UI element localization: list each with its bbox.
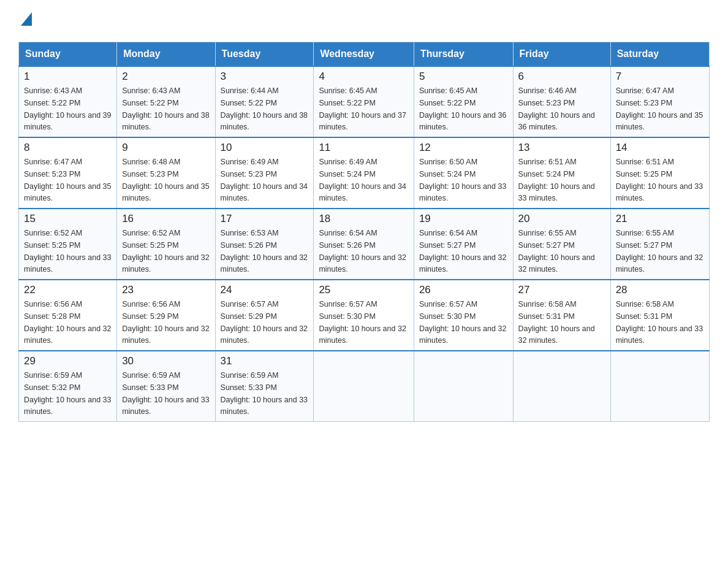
day-info: Sunrise: 6:49 AMSunset: 5:24 PMDaylight:… — [319, 158, 406, 202]
logo-triangle-icon — [21, 12, 32, 26]
day-info: Sunrise: 6:54 AMSunset: 5:27 PMDaylight:… — [419, 229, 506, 274]
calendar-cell: 12 Sunrise: 6:50 AMSunset: 5:24 PMDaylig… — [414, 137, 513, 209]
day-number: 17 — [221, 213, 309, 225]
logo — [18, 12, 32, 29]
header-row: Sunday Monday Tuesday Wednesday Thursday… — [19, 42, 710, 67]
day-info: Sunrise: 6:45 AMSunset: 5:22 PMDaylight:… — [319, 86, 406, 131]
day-info: Sunrise: 6:53 AMSunset: 5:26 PMDaylight:… — [221, 229, 308, 274]
header-sunday: Sunday — [19, 42, 117, 67]
day-number: 21 — [616, 213, 704, 225]
day-number: 15 — [24, 213, 112, 225]
day-number: 3 — [221, 71, 309, 83]
calendar-cell: 24 Sunrise: 6:57 AMSunset: 5:29 PMDaylig… — [215, 280, 314, 351]
day-info: Sunrise: 6:46 AMSunset: 5:23 PMDaylight:… — [518, 86, 595, 131]
day-number: 10 — [221, 142, 309, 154]
page-header — [18, 12, 710, 29]
day-info: Sunrise: 6:56 AMSunset: 5:28 PMDaylight:… — [24, 300, 111, 345]
day-info: Sunrise: 6:56 AMSunset: 5:29 PMDaylight:… — [122, 300, 209, 345]
day-number: 2 — [122, 71, 210, 83]
calendar-cell: 22 Sunrise: 6:56 AMSunset: 5:28 PMDaylig… — [19, 280, 117, 351]
calendar-cell: 29 Sunrise: 6:59 AMSunset: 5:32 PMDaylig… — [19, 351, 117, 422]
day-info: Sunrise: 6:52 AMSunset: 5:25 PMDaylight:… — [122, 229, 209, 274]
calendar-cell — [513, 351, 610, 422]
calendar-cell: 8 Sunrise: 6:47 AMSunset: 5:23 PMDayligh… — [19, 137, 117, 209]
header-friday: Friday — [513, 42, 610, 67]
day-number: 1 — [24, 71, 112, 83]
day-number: 11 — [319, 142, 408, 154]
calendar-week-row: 29 Sunrise: 6:59 AMSunset: 5:32 PMDaylig… — [19, 351, 710, 422]
calendar-cell: 28 Sunrise: 6:58 AMSunset: 5:31 PMDaylig… — [610, 280, 709, 351]
calendar-week-row: 1 Sunrise: 6:43 AMSunset: 5:22 PMDayligh… — [19, 66, 710, 137]
day-info: Sunrise: 6:51 AMSunset: 5:25 PMDaylight:… — [616, 158, 703, 202]
day-number: 12 — [419, 142, 508, 154]
day-info: Sunrise: 6:55 AMSunset: 5:27 PMDaylight:… — [518, 229, 595, 274]
calendar-cell: 11 Sunrise: 6:49 AMSunset: 5:24 PMDaylig… — [314, 137, 414, 209]
day-info: Sunrise: 6:47 AMSunset: 5:23 PMDaylight:… — [24, 158, 111, 202]
calendar-cell: 7 Sunrise: 6:47 AMSunset: 5:23 PMDayligh… — [610, 66, 709, 137]
day-number: 19 — [419, 213, 508, 225]
day-number: 30 — [122, 355, 210, 367]
day-info: Sunrise: 6:51 AMSunset: 5:24 PMDaylight:… — [518, 158, 595, 202]
day-number: 14 — [616, 142, 704, 154]
day-info: Sunrise: 6:59 AMSunset: 5:33 PMDaylight:… — [221, 371, 308, 416]
calendar-cell: 2 Sunrise: 6:43 AMSunset: 5:22 PMDayligh… — [117, 66, 215, 137]
calendar-cell — [314, 351, 414, 422]
calendar-cell: 23 Sunrise: 6:56 AMSunset: 5:29 PMDaylig… — [117, 280, 215, 351]
calendar-week-row: 8 Sunrise: 6:47 AMSunset: 5:23 PMDayligh… — [19, 137, 710, 209]
day-number: 8 — [24, 142, 112, 154]
day-info: Sunrise: 6:55 AMSunset: 5:27 PMDaylight:… — [616, 229, 703, 274]
header-thursday: Thursday — [414, 42, 513, 67]
day-info: Sunrise: 6:57 AMSunset: 5:30 PMDaylight:… — [319, 300, 406, 345]
day-info: Sunrise: 6:43 AMSunset: 5:22 PMDaylight:… — [122, 86, 209, 131]
day-info: Sunrise: 6:43 AMSunset: 5:22 PMDaylight:… — [24, 86, 111, 131]
calendar-cell: 30 Sunrise: 6:59 AMSunset: 5:33 PMDaylig… — [117, 351, 215, 422]
calendar-week-row: 22 Sunrise: 6:56 AMSunset: 5:28 PMDaylig… — [19, 280, 710, 351]
day-info: Sunrise: 6:59 AMSunset: 5:33 PMDaylight:… — [122, 371, 209, 416]
day-info: Sunrise: 6:52 AMSunset: 5:25 PMDaylight:… — [24, 229, 111, 274]
day-info: Sunrise: 6:58 AMSunset: 5:31 PMDaylight:… — [518, 300, 595, 345]
day-number: 31 — [221, 355, 309, 367]
day-info: Sunrise: 6:50 AMSunset: 5:24 PMDaylight:… — [419, 158, 506, 202]
day-info: Sunrise: 6:57 AMSunset: 5:29 PMDaylight:… — [221, 300, 308, 345]
day-number: 5 — [419, 71, 508, 83]
calendar-cell: 4 Sunrise: 6:45 AMSunset: 5:22 PMDayligh… — [314, 66, 414, 137]
day-info: Sunrise: 6:49 AMSunset: 5:23 PMDaylight:… — [221, 158, 308, 202]
header-saturday: Saturday — [610, 42, 709, 67]
calendar-cell: 3 Sunrise: 6:44 AMSunset: 5:22 PMDayligh… — [215, 66, 314, 137]
day-number: 25 — [319, 284, 408, 296]
calendar-cell — [610, 351, 709, 422]
calendar-cell: 27 Sunrise: 6:58 AMSunset: 5:31 PMDaylig… — [513, 280, 610, 351]
calendar-cell — [414, 351, 513, 422]
calendar-cell: 25 Sunrise: 6:57 AMSunset: 5:30 PMDaylig… — [314, 280, 414, 351]
calendar-table: Sunday Monday Tuesday Wednesday Thursday… — [18, 42, 710, 422]
calendar-cell: 9 Sunrise: 6:48 AMSunset: 5:23 PMDayligh… — [117, 137, 215, 209]
day-number: 6 — [518, 71, 605, 83]
calendar-cell: 20 Sunrise: 6:55 AMSunset: 5:27 PMDaylig… — [513, 209, 610, 280]
day-info: Sunrise: 6:59 AMSunset: 5:32 PMDaylight:… — [24, 371, 111, 416]
day-info: Sunrise: 6:57 AMSunset: 5:30 PMDaylight:… — [419, 300, 506, 345]
calendar-cell: 6 Sunrise: 6:46 AMSunset: 5:23 PMDayligh… — [513, 66, 610, 137]
day-number: 16 — [122, 213, 210, 225]
day-number: 26 — [419, 284, 508, 296]
calendar-cell: 18 Sunrise: 6:54 AMSunset: 5:26 PMDaylig… — [314, 209, 414, 280]
calendar-cell: 21 Sunrise: 6:55 AMSunset: 5:27 PMDaylig… — [610, 209, 709, 280]
calendar-cell: 5 Sunrise: 6:45 AMSunset: 5:22 PMDayligh… — [414, 66, 513, 137]
calendar-cell: 17 Sunrise: 6:53 AMSunset: 5:26 PMDaylig… — [215, 209, 314, 280]
day-number: 18 — [319, 213, 408, 225]
day-number: 22 — [24, 284, 112, 296]
day-info: Sunrise: 6:45 AMSunset: 5:22 PMDaylight:… — [419, 86, 506, 131]
day-number: 4 — [319, 71, 408, 83]
svg-marker-0 — [21, 12, 32, 26]
day-info: Sunrise: 6:44 AMSunset: 5:22 PMDaylight:… — [221, 86, 308, 131]
day-info: Sunrise: 6:47 AMSunset: 5:23 PMDaylight:… — [616, 86, 703, 131]
day-number: 28 — [616, 284, 704, 296]
day-number: 29 — [24, 355, 112, 367]
calendar-week-row: 15 Sunrise: 6:52 AMSunset: 5:25 PMDaylig… — [19, 209, 710, 280]
day-info: Sunrise: 6:58 AMSunset: 5:31 PMDaylight:… — [616, 300, 703, 345]
calendar-cell: 14 Sunrise: 6:51 AMSunset: 5:25 PMDaylig… — [610, 137, 709, 209]
calendar-cell: 19 Sunrise: 6:54 AMSunset: 5:27 PMDaylig… — [414, 209, 513, 280]
day-info: Sunrise: 6:48 AMSunset: 5:23 PMDaylight:… — [122, 158, 209, 202]
calendar-cell: 15 Sunrise: 6:52 AMSunset: 5:25 PMDaylig… — [19, 209, 117, 280]
calendar-cell: 26 Sunrise: 6:57 AMSunset: 5:30 PMDaylig… — [414, 280, 513, 351]
calendar-cell: 10 Sunrise: 6:49 AMSunset: 5:23 PMDaylig… — [215, 137, 314, 209]
